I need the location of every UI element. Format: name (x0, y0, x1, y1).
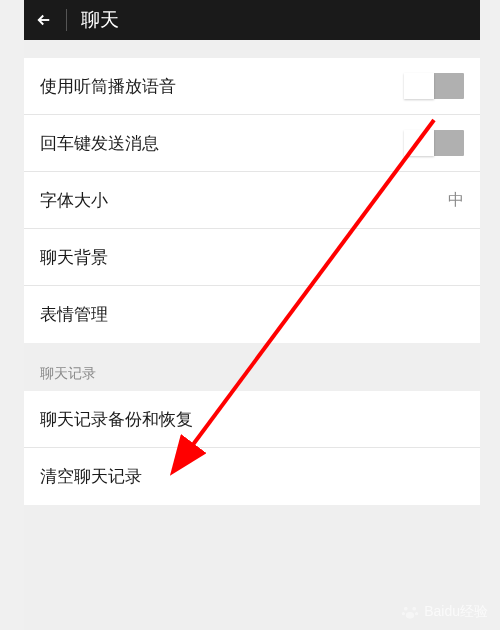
item-label: 使用听筒播放语音 (40, 75, 176, 98)
svg-point-5 (415, 612, 418, 615)
item-backup-restore[interactable]: 聊天记录备份和恢复 (24, 391, 480, 448)
section-header-label: 聊天记录 (40, 365, 96, 383)
header-bar: 聊天 (24, 0, 480, 40)
watermark-text: Baidu经验 (424, 603, 488, 621)
item-label: 回车键发送消息 (40, 132, 159, 155)
item-enter-send[interactable]: 回车键发送消息 (24, 115, 480, 172)
item-emoji-management[interactable]: 表情管理 (24, 286, 480, 343)
header-divider (66, 9, 67, 31)
item-value: 中 (448, 190, 464, 211)
svg-point-2 (404, 607, 408, 611)
item-label: 聊天记录备份和恢复 (40, 408, 193, 431)
item-label: 字体大小 (40, 189, 108, 212)
item-chat-background[interactable]: 聊天背景 (24, 229, 480, 286)
item-clear-history[interactable]: 清空聊天记录 (24, 448, 480, 505)
item-voice-speaker[interactable]: 使用听筒播放语音 (24, 58, 480, 115)
item-font-size[interactable]: 字体大小 中 (24, 172, 480, 229)
section-header-chat-history: 聊天记录 (24, 343, 480, 391)
svg-point-3 (413, 607, 417, 611)
toggle-enter-send[interactable] (404, 130, 464, 156)
section-gap (24, 40, 480, 58)
settings-list-1: 使用听筒播放语音 回车键发送消息 字体大小 中 聊天背景 表情管理 (24, 58, 480, 343)
item-label: 表情管理 (40, 303, 108, 326)
screen: 聊天 使用听筒播放语音 回车键发送消息 字体大小 中 聊天背景 (24, 0, 480, 630)
back-icon[interactable] (34, 10, 54, 30)
item-label: 清空聊天记录 (40, 465, 142, 488)
svg-point-4 (402, 612, 405, 615)
toggle-voice-speaker[interactable] (404, 73, 464, 99)
watermark: Baidu经验 (400, 602, 488, 622)
page-title: 聊天 (81, 7, 119, 33)
svg-point-6 (406, 612, 414, 619)
toggle-knob (404, 130, 434, 156)
toggle-knob (404, 73, 434, 99)
item-label: 聊天背景 (40, 246, 108, 269)
paw-icon (400, 602, 420, 622)
settings-list-2: 聊天记录备份和恢复 清空聊天记录 (24, 391, 480, 505)
phone-frame: 聊天 使用听筒播放语音 回车键发送消息 字体大小 中 聊天背景 (0, 0, 500, 630)
